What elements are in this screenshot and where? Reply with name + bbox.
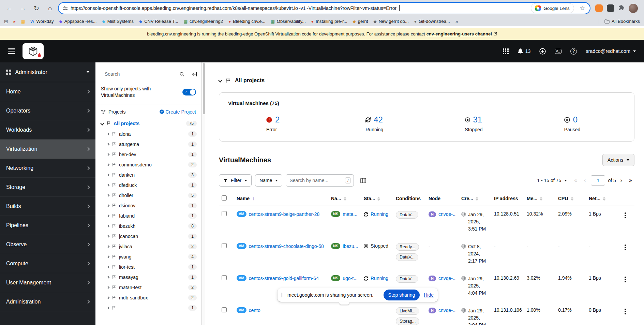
bookmark-item[interactable]: ◆ New gerrit do... — [373, 19, 408, 24]
column-header[interactable]: Me... — [524, 193, 555, 206]
vm-projects-toggle[interactable]: ✓ — [182, 89, 196, 95]
status-count-link[interactable]: 2 — [275, 115, 280, 124]
project-item[interactable]: ben-dev 1 — [95, 149, 201, 160]
row-checkbox[interactable] — [222, 211, 227, 216]
bookmark-item[interactable]: ▦ — [21, 19, 25, 24]
project-item[interactable]: danken 3 — [95, 170, 201, 180]
node-link[interactable]: cnvqe-... — [438, 211, 456, 218]
bookmark-item[interactable]: ◆ CNV Release T... — [139, 19, 178, 24]
name-search-field[interactable]: / — [286, 174, 354, 187]
google-lens-button[interactable]: Google Lens — [531, 3, 574, 13]
extensions-puzzle-icon[interactable] — [618, 4, 625, 12]
sidebar-item-compute[interactable]: Compute — [0, 254, 95, 273]
last-page-icon[interactable]: » — [627, 177, 634, 183]
toast-collapse-handle[interactable] — [339, 302, 349, 305]
app-launcher-icon[interactable] — [503, 48, 509, 54]
stop-sharing-button[interactable]: Stop sharing — [384, 290, 420, 300]
vm-name-link[interactable]: centos-stream9-beige-panther-28 — [249, 211, 320, 218]
sidebar-item-home[interactable]: Home — [0, 82, 95, 101]
vm-status-link[interactable]: Running — [371, 211, 388, 218]
first-page-icon[interactable]: « — [572, 177, 580, 183]
nav-toggle-icon[interactable] — [8, 48, 15, 54]
name-search-input[interactable] — [289, 178, 343, 183]
row-kebab-menu[interactable] — [619, 307, 632, 314]
reload-icon[interactable]: ↻ — [31, 2, 42, 14]
current-page-input[interactable] — [591, 175, 605, 186]
project-item[interactable]: mdb-sandbox 2 — [95, 293, 201, 303]
project-item[interactable]: dsionov 1 — [95, 201, 201, 211]
sidebar-item-storage[interactable]: Storage — [0, 178, 95, 197]
sidebar-item-workloads[interactable]: Workloads — [0, 120, 95, 139]
vm-name-link[interactable]: cento — [249, 307, 260, 314]
status-count-link[interactable]: 31 — [473, 115, 482, 124]
sidebar-item-operators[interactable]: Operators — [0, 101, 95, 120]
notifications-bell[interactable]: 13 — [518, 48, 531, 54]
node-link[interactable]: cnvqe-... — [438, 307, 456, 314]
add-icon[interactable] — [539, 48, 546, 55]
vm-name-link[interactable]: centos-stream9-gold-galliform-64 — [249, 275, 319, 282]
bookmark-item[interactable]: W Workday — [30, 19, 54, 24]
manage-columns-icon[interactable] — [357, 175, 369, 186]
sidebar-item-pipelines[interactable]: Pipelines — [0, 216, 95, 235]
status-count-link[interactable]: 42 — [374, 115, 383, 124]
project-item[interactable]: fabiand 1 — [95, 211, 201, 221]
previous-page-icon[interactable]: ‹ — [582, 177, 588, 183]
row-kebab-menu[interactable] — [619, 275, 632, 282]
bookmark-item[interactable]: ▸ — [14, 19, 16, 24]
all-projects-item[interactable]: All projects 75 — [95, 118, 201, 129]
projects-panel-scrollbar[interactable] — [202, 62, 205, 325]
bookmark-item[interactable]: ◆ Appspace -res... — [59, 19, 97, 24]
back-icon[interactable]: ← — [3, 2, 15, 14]
filter-dropdown[interactable]: Filter — [219, 174, 252, 187]
sidebar-item-administration[interactable]: Administration — [0, 292, 95, 311]
project-item[interactable]: alona 1 — [95, 129, 201, 139]
column-header[interactable]: Net... — [586, 193, 616, 206]
sidebar-item-observe[interactable]: Observe — [0, 235, 95, 254]
status-count-link[interactable]: 0 — [573, 115, 578, 124]
hide-link[interactable]: Hide — [424, 292, 434, 298]
project-search-field[interactable] — [101, 68, 188, 80]
create-project-button[interactable]: Create Project — [160, 109, 196, 115]
sidebar-item-virtualization[interactable]: Virtualization — [0, 139, 95, 159]
project-item[interactable]: jcanocan 1 — [95, 231, 201, 241]
sidebar-item-builds[interactable]: Builds — [0, 197, 95, 216]
project-item[interactable]: dfediuck 1 — [95, 180, 201, 190]
project-item[interactable]: lior-test 1 — [95, 262, 201, 272]
project-item[interactable]: commonsdemo 2 — [95, 160, 201, 170]
node-link[interactable]: cnvqe-... — [438, 275, 456, 282]
row-checkbox[interactable] — [222, 243, 227, 248]
column-header[interactable]: Cre... — [459, 193, 491, 206]
row-kebab-menu[interactable] — [619, 211, 632, 218]
row-checkbox[interactable] — [222, 275, 227, 280]
bookmarks-apps-icon[interactable]: ⊞ — [4, 19, 8, 24]
all-bookmarks-button[interactable]: All Bookmarks — [604, 19, 640, 24]
bookmarks-overflow-chevron[interactable]: » — [455, 18, 458, 24]
collapse-panel-icon[interactable] — [192, 71, 197, 77]
user-menu[interactable]: sradco@redhat.com — [586, 48, 636, 54]
project-search-input[interactable] — [105, 71, 177, 77]
project-item[interactable]: ibezukh 8 — [95, 221, 201, 231]
drag-handle-icon[interactable] — [281, 293, 283, 297]
namespace-link[interactable]: ugo-t... — [343, 275, 358, 282]
forward-icon[interactable]: → — [17, 2, 29, 14]
extension-icon-orange[interactable] — [595, 4, 603, 12]
project-item[interactable]: jvilaca 2 — [95, 241, 201, 252]
banner-link[interactable]: cnv-engineering-users channel — [426, 31, 492, 36]
row-checkbox[interactable] — [222, 307, 227, 312]
namespace-link[interactable]: ibezu... — [343, 243, 358, 250]
column-header[interactable]: Sta... — [361, 193, 393, 206]
next-page-icon[interactable]: › — [618, 177, 625, 183]
profile-avatar[interactable] — [629, 4, 638, 13]
openshift-virtualization-logo[interactable] — [23, 43, 44, 59]
url-bar[interactable]: https://console-openshift-console.apps.b… — [58, 2, 590, 14]
column-header[interactable]: CPU — [555, 193, 586, 206]
column-header[interactable]: Na... — [328, 193, 361, 206]
bookmark-item[interactable]: ● Git-downstrea... — [414, 19, 450, 24]
bookmark-item[interactable]: ● Installing pre-r... — [311, 19, 347, 24]
row-kebab-menu[interactable] — [619, 243, 632, 250]
terminal-icon[interactable]: >_ — [555, 49, 561, 54]
search-attribute-dropdown[interactable]: Name — [255, 174, 282, 187]
bookmark-item[interactable]: ◆ gerrit — [353, 19, 368, 24]
perspective-switcher[interactable]: Administrator — [0, 62, 95, 82]
project-item[interactable]: masayag 1 — [95, 272, 201, 282]
